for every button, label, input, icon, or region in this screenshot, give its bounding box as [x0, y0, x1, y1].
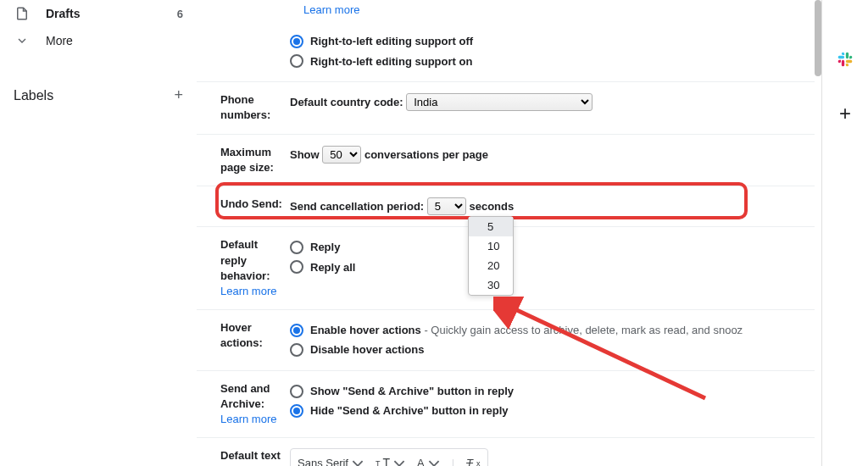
hover-actions-row: Hover actions: Enable hover actions - Qu…	[197, 310, 815, 371]
reply-all-option[interactable]: Reply all	[290, 258, 815, 277]
font-toolbar: Sans Serif TT A | Tx	[290, 448, 488, 466]
dropdown-option[interactable]: 10	[469, 236, 513, 256]
hover-label: Hover actions:	[197, 320, 290, 351]
sidebar-item-drafts[interactable]: Drafts 6	[0, 0, 197, 27]
drafts-count: 6	[177, 8, 183, 20]
disable-hover-option[interactable]: Disable hover actions	[290, 340, 815, 359]
scrollbar-thumb[interactable]	[815, 0, 821, 76]
page-size-row: Maximum page size: Show 50 conversations…	[197, 135, 815, 186]
radio-icon	[290, 404, 303, 418]
text-style-row: Default text style: (Use the 'Remove San…	[197, 438, 815, 466]
radio-icon	[290, 343, 303, 357]
learn-more-link[interactable]: Learn more	[220, 285, 276, 297]
learn-more-link[interactable]: Learn more	[220, 413, 276, 425]
undo-send-select[interactable]: 5	[427, 197, 466, 215]
rtl-on-option[interactable]: Right-to-left editing support on	[290, 52, 815, 71]
send-archive-row: Send and Archive: Learn more Show "Send …	[197, 371, 815, 439]
page-size-prefix: Show	[290, 148, 320, 161]
radio-icon	[290, 385, 303, 398]
enable-hover-label: Enable hover actions	[310, 324, 421, 336]
radio-icon	[290, 324, 303, 337]
drafts-label: Drafts	[46, 7, 80, 20]
dropdown-option[interactable]: 20	[469, 256, 513, 275]
radio-icon	[290, 35, 303, 48]
hide-send-archive-label: Hide "Send & Archive" button in reply	[310, 401, 509, 420]
radio-icon	[290, 260, 303, 274]
sidebar-item-more[interactable]: More	[0, 27, 197, 54]
font-family-button[interactable]: Sans Serif	[298, 453, 364, 466]
learn-more-link[interactable]: Learn more	[303, 3, 359, 16]
scrollbar[interactable]	[815, 0, 821, 466]
show-send-archive-option[interactable]: Show "Send & Archive" button in reply	[290, 381, 815, 401]
rtl-off-label: Right-to-left editing support off	[310, 31, 473, 51]
undo-send-dropdown-popup: 5 10 20 30	[468, 216, 514, 296]
undo-send-label: Undo Send:	[197, 197, 290, 212]
remove-formatting-button[interactable]: Tx	[466, 453, 480, 466]
rtl-off-option[interactable]: Right-to-left editing support off	[290, 31, 815, 51]
page-size-select[interactable]: 50	[322, 146, 361, 164]
chevron-down-icon	[14, 32, 31, 49]
right-rail: +	[822, 0, 868, 466]
undo-send-suffix: seconds	[469, 200, 514, 213]
font-size-button[interactable]: TT	[376, 452, 405, 466]
page-size-suffix: conversations per page	[364, 148, 488, 161]
enable-hover-option[interactable]: Enable hover actions - Quickly gain acce…	[290, 320, 815, 340]
phone-label: Phone numbers:	[197, 92, 290, 123]
rtl-on-label: Right-to-left editing support on	[310, 52, 472, 71]
add-button[interactable]: +	[837, 105, 854, 122]
country-code-select[interactable]: India	[406, 93, 593, 111]
settings-main: Learn more Right-to-left editing support…	[197, 0, 822, 466]
dropdown-option[interactable]: 5	[469, 217, 513, 236]
dropdown-option[interactable]: 30	[469, 275, 513, 295]
add-label-button[interactable]: +	[174, 86, 183, 104]
labels-heading: Labels	[14, 88, 53, 103]
hide-send-archive-option[interactable]: Hide "Send & Archive" button in reply	[290, 401, 815, 420]
slack-icon[interactable]	[837, 51, 854, 68]
page-size-label: Maximum page size:	[197, 145, 290, 175]
reply-all-label: Reply all	[310, 258, 355, 277]
more-label: More	[46, 34, 73, 47]
radio-icon	[290, 54, 303, 68]
phone-prefix: Default country code:	[290, 96, 403, 108]
reply-label: Reply	[310, 237, 340, 257]
file-icon	[14, 5, 31, 22]
undo-send-prefix: Send cancellation period:	[290, 200, 424, 213]
reply-option[interactable]: Reply	[290, 237, 815, 257]
radio-icon	[290, 241, 303, 254]
text-color-button[interactable]: A	[417, 453, 440, 466]
text-style-label: Default text style:	[220, 449, 281, 466]
disable-hover-label: Disable hover actions	[310, 340, 424, 359]
left-sidebar: Drafts 6 More Labels +	[0, 0, 197, 466]
default-reply-label: Default reply behavior:	[220, 238, 270, 281]
send-archive-label: Send and Archive:	[220, 382, 270, 410]
show-send-archive-label: Show "Send & Archive" button in reply	[310, 381, 514, 401]
enable-hover-desc: - Quickly gain access to archive, delete…	[421, 324, 743, 336]
phone-numbers-row: Phone numbers: Default country code: Ind…	[197, 82, 815, 134]
labels-header: Labels +	[0, 86, 197, 104]
